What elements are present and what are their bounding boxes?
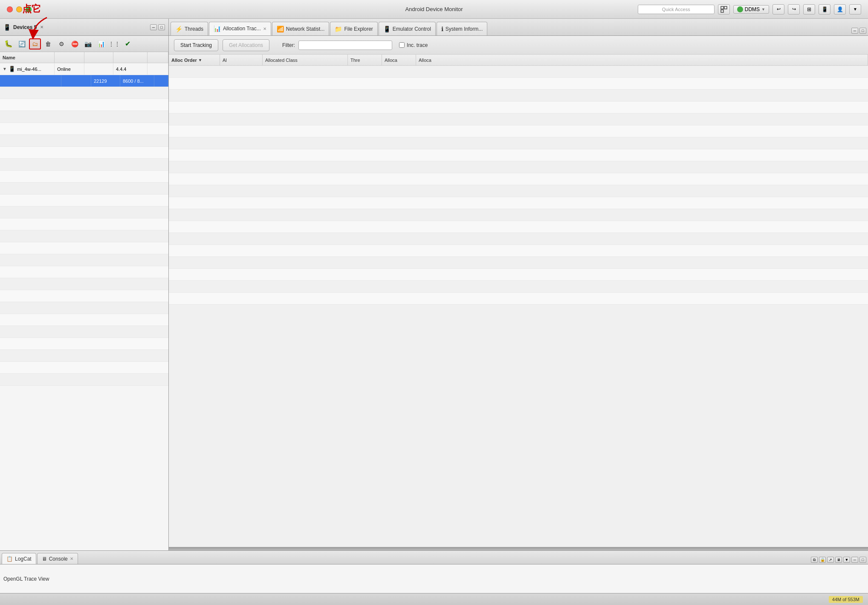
network-tab-label: Network Statist... <box>286 26 325 32</box>
get-allocations-button[interactable]: Get Allocations <box>223 39 269 51</box>
toolbar-btn-3[interactable]: ⊞ <box>803 4 815 15</box>
alloc-row-9 <box>169 161 868 173</box>
tab-network[interactable]: 📶 Network Statist... <box>272 22 330 35</box>
alloc-row-13 <box>169 209 868 221</box>
empty-row-23 <box>0 350 168 362</box>
panel-maximize-btn[interactable]: □ <box>158 24 165 30</box>
start-tracking-button[interactable]: Start Tracking <box>174 39 218 51</box>
empty-row-20 <box>0 314 168 326</box>
toolbar-btn-6[interactable]: ▼ <box>849 4 861 15</box>
threads-tab-icon: ⚡ <box>175 26 182 32</box>
alloc-tab-label: Allocation Trac... <box>223 26 261 32</box>
col-size2[interactable]: Alloca <box>416 55 868 65</box>
col-header-version <box>113 52 148 63</box>
ports-button[interactable]: ⋮⋮ <box>108 38 120 49</box>
col-size1[interactable]: Alloca <box>382 55 416 65</box>
file-explorer-tab-icon: 📁 <box>335 26 342 32</box>
horizontal-divider[interactable] <box>169 547 868 550</box>
ddms-button[interactable]: DDMS ▼ <box>733 5 769 14</box>
svg-rect-1 <box>724 6 727 9</box>
tab-logcat[interactable]: 📋 LogCat <box>2 553 36 564</box>
update-heap-button[interactable]: 🗂 <box>29 38 41 49</box>
bottom-monitor-btn[interactable]: 🖥 <box>835 557 842 563</box>
panel-controls: ─ □ <box>150 24 165 30</box>
tab-system-info[interactable]: ℹ System Inform... <box>437 22 487 35</box>
empty-row-9 <box>0 183 168 195</box>
device-panel-icon: 📱 <box>3 24 11 31</box>
device-rest-cell <box>148 63 168 75</box>
perspective-button[interactable] <box>718 4 730 15</box>
bottom-tab-controls: ⧉ 🔒 ↗ 🖥 ▼ ─ □ <box>811 557 866 563</box>
device-phone-icon: 📱 <box>9 66 15 72</box>
devices-panel-header: 📱 Devices 5 ✕ ─ □ <box>0 19 168 36</box>
inc-trace-checkbox[interactable] <box>399 42 405 48</box>
alloc-tab-close[interactable]: ✕ <box>263 26 266 31</box>
alloc-row-1 <box>169 66 868 78</box>
device-name-cell: ▼ 📱 mi_4w-46... <box>0 63 55 75</box>
toolbar-btn-5[interactable]: 👤 <box>834 4 846 15</box>
alloc-icon: ⛔ <box>71 41 78 47</box>
thread-icon: 🔄 <box>18 41 26 47</box>
logcat-label: LogCat <box>15 556 32 562</box>
bottom-maximize-btn[interactable]: □ <box>859 557 866 563</box>
ports-icon: ⋮⋮ <box>108 41 120 47</box>
dump-view-button[interactable]: 📊 <box>95 38 107 49</box>
device-pid-cell <box>84 63 113 75</box>
empty-row-24 <box>0 362 168 374</box>
col-thread[interactable]: Thre <box>348 55 382 65</box>
tab-threads[interactable]: ⚡ Threads <box>171 22 208 35</box>
window-controls <box>7 6 32 12</box>
bottom-tab-bar: 📋 LogCat 🖥 Console ✕ ⧉ 🔒 ↗ 🖥 ▼ ─ □ <box>0 551 868 564</box>
bottom-export-btn[interactable]: ↗ <box>827 557 834 563</box>
empty-row-22 <box>0 338 168 350</box>
empty-row-3 <box>0 111 168 123</box>
col-alloc-count[interactable]: Al <box>220 55 263 65</box>
tab-allocation[interactable]: 📊 Allocation Trac... ✕ <box>209 22 271 35</box>
bottom-dropdown-btn[interactable]: ▼ <box>843 557 850 563</box>
close-button[interactable] <box>7 6 13 12</box>
device-row-main[interactable]: ▼ 📱 mi_4w-46... Online 4.4.4 <box>0 63 168 75</box>
minimize-button[interactable] <box>16 6 22 12</box>
screen-capture-button[interactable]: 📷 <box>82 38 94 49</box>
thread-updates-button[interactable]: ⚙ <box>55 38 67 49</box>
col-allocated-class[interactable]: Allocated Class <box>263 55 348 65</box>
empty-row-11 <box>0 207 168 218</box>
panel-minimize-btn[interactable]: ─ <box>150 24 157 30</box>
toolbar-btn-4[interactable]: 📱 <box>819 4 830 15</box>
right-panel: ⚡ Threads 📊 Allocation Trac... ✕ 📶 Netwo… <box>169 19 868 550</box>
expand-arrow[interactable]: ▼ <box>3 67 7 71</box>
console-tab-close[interactable]: ✕ <box>70 556 73 561</box>
col-alloc-order[interactable]: Alloc Order ▼ <box>169 55 220 65</box>
quick-access-input[interactable] <box>638 5 715 14</box>
maximize-button[interactable] <box>26 6 32 12</box>
tab-console[interactable]: 🖥 Console ✕ <box>37 553 78 564</box>
alloc-row-6 <box>169 125 868 137</box>
toolbar-btn-2[interactable]: ↪ <box>788 4 800 15</box>
alloc-row-15 <box>169 233 868 245</box>
window-title: Android Device Monitor <box>405 6 463 12</box>
debug-button[interactable]: 🐛 <box>3 38 14 49</box>
right-panel-minimize[interactable]: ─ <box>851 28 858 34</box>
update-threads-button[interactable]: 🔄 <box>16 38 28 49</box>
empty-row-8 <box>0 171 168 183</box>
bottom-copy-btn[interactable]: ⧉ <box>811 557 818 563</box>
devices-panel-close[interactable]: ✕ <box>40 25 43 29</box>
empty-row-7 <box>0 159 168 171</box>
tab-file-explorer[interactable]: 📁 File Explorer <box>330 22 377 35</box>
alloc-tracker-button[interactable]: ⛔ <box>69 38 81 49</box>
right-panel-maximize[interactable]: □ <box>859 28 866 34</box>
bottom-lock-btn[interactable]: 🔒 <box>819 557 826 563</box>
devices-panel-title: Devices 5 <box>13 24 37 30</box>
process-row[interactable]: 22129 8600 / 8... <box>0 75 168 87</box>
cause-gc-button[interactable]: 🗑 <box>42 38 54 49</box>
tab-emulator[interactable]: 📱 Emulator Control <box>379 22 436 35</box>
empty-row-14 <box>0 242 168 254</box>
alloc-row-20 <box>169 293 868 305</box>
emulator-tab-icon: 📱 <box>383 26 391 32</box>
check-button[interactable]: ✔ <box>122 38 133 49</box>
filter-input[interactable] <box>298 41 392 50</box>
bottom-minimize-btn[interactable]: ─ <box>851 557 858 563</box>
empty-row-21 <box>0 326 168 338</box>
alloc-row-14 <box>169 221 868 233</box>
toolbar-btn-1[interactable]: ↩ <box>773 4 784 15</box>
